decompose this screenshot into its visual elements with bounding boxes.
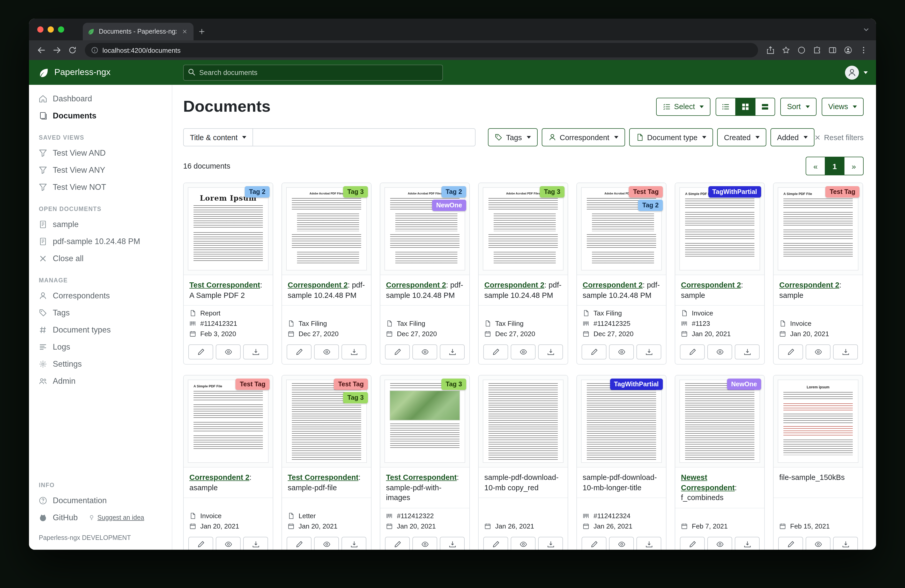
prev-page-button[interactable]: « xyxy=(806,157,825,175)
view-mode-rows-button[interactable] xyxy=(755,97,775,116)
sidebar-item-admin[interactable]: Admin xyxy=(29,372,172,390)
edit-button[interactable] xyxy=(778,537,803,550)
dots-button[interactable] xyxy=(856,43,871,57)
profile-button[interactable] xyxy=(841,43,855,57)
filter-added-button[interactable]: Added xyxy=(770,128,814,146)
tag-badge-tagwithpartial[interactable]: TagWithPartial xyxy=(610,379,663,390)
edit-button[interactable] xyxy=(483,537,508,550)
filter-field-selector[interactable]: Title & content xyxy=(183,128,253,146)
star-button[interactable] xyxy=(779,43,793,57)
filter-document-type-button[interactable]: Document type xyxy=(629,128,713,146)
download-button[interactable] xyxy=(538,344,563,360)
filter-tags-button[interactable]: Tags xyxy=(488,128,537,146)
sidebar-item-tags[interactable]: Tags xyxy=(29,304,172,321)
correspondent-link[interactable]: Correspondent 2 xyxy=(288,281,348,289)
reload-button[interactable] xyxy=(65,43,80,57)
sidebar-item-dashboard[interactable]: Dashboard xyxy=(29,90,172,107)
download-button[interactable] xyxy=(833,537,858,550)
edit-button[interactable] xyxy=(582,344,607,360)
app-brand[interactable]: Paperless-ngx xyxy=(29,67,172,78)
edit-button[interactable] xyxy=(385,537,410,550)
sidebar-item-logs[interactable]: Logs xyxy=(29,338,172,355)
edit-button[interactable] xyxy=(287,344,311,360)
card-thumbnail[interactable] xyxy=(479,376,568,468)
sidebar-link-suggest-an-idea[interactable]: Suggest an idea xyxy=(89,514,144,521)
card-thumbnail[interactable]: Lorem ipsum xyxy=(773,376,862,468)
edit-button[interactable] xyxy=(582,537,607,550)
tag-badge-tag-3[interactable]: Tag 3 xyxy=(343,186,368,198)
tag-badge-newone[interactable]: NewOne xyxy=(727,379,761,390)
user-menu-button[interactable] xyxy=(845,65,868,79)
extensions-button[interactable] xyxy=(810,43,824,57)
download-button[interactable] xyxy=(440,344,465,360)
correspondent-link[interactable]: Correspondent 2 xyxy=(583,281,643,289)
card-thumbnail[interactable]: NewOne xyxy=(675,376,764,468)
tag-badge-tag-3[interactable]: Tag 3 xyxy=(540,186,565,198)
correspondent-link[interactable]: Test Correspondent xyxy=(288,473,358,482)
edit-button[interactable] xyxy=(680,344,705,360)
sidebar-item-pdf-sample-10-24-48-pm[interactable]: pdf-sample 10.24.48 PM xyxy=(29,233,172,250)
download-button[interactable] xyxy=(735,537,760,550)
card-thumbnail[interactable]: Adobe Acrobat PDF FilesTag 2NewOne xyxy=(380,183,469,275)
card-thumbnail[interactable]: A Simple PDF FileTagWithPartial xyxy=(675,183,764,275)
sidebar-item-correspondents[interactable]: Correspondents xyxy=(29,287,172,304)
edit-button[interactable] xyxy=(483,344,508,360)
card-thumbnail[interactable]: TagWithPartial xyxy=(577,376,666,468)
correspondent-link[interactable]: Correspondent 2 xyxy=(189,473,249,482)
sidebar-item-settings[interactable]: Settings xyxy=(29,355,172,372)
card-thumbnail[interactable]: A Simple PDF FileTest Tag xyxy=(773,183,862,275)
edit-button[interactable] xyxy=(287,537,311,550)
correspondent-link[interactable]: Correspondent 2 xyxy=(779,281,839,289)
card-thumbnail[interactable]: Tag 3 xyxy=(380,376,469,468)
correspondent-link[interactable]: Test Correspondent xyxy=(189,281,260,289)
card-thumbnail[interactable]: Adobe Acrobat PDF FilesTag 3 xyxy=(479,183,568,275)
view-button[interactable] xyxy=(806,344,830,360)
tag-badge-test-tag[interactable]: Test Tag xyxy=(236,379,270,390)
view-button[interactable] xyxy=(511,537,535,550)
circle-button[interactable] xyxy=(794,43,809,57)
download-button[interactable] xyxy=(243,537,268,550)
sidebar-item-close-all[interactable]: Close all xyxy=(29,250,172,267)
view-button[interactable] xyxy=(314,344,339,360)
card-thumbnail[interactable]: Test TagTag 3 xyxy=(282,376,371,468)
minimize-button[interactable] xyxy=(48,26,54,33)
sidebar-item-sample[interactable]: sample xyxy=(29,216,172,233)
page-1-button[interactable]: 1 xyxy=(825,157,845,175)
tag-badge-tag-2[interactable]: Tag 2 xyxy=(638,200,663,211)
card-thumbnail[interactable]: A Simple PDF FileTest Tag xyxy=(184,376,273,468)
filter-query-input[interactable] xyxy=(253,128,476,146)
correspondent-link[interactable]: Correspondent 2 xyxy=(386,281,446,289)
browser-tab[interactable]: Documents - Paperless-ngx xyxy=(83,23,194,40)
correspondent-link[interactable]: Correspondent 2 xyxy=(681,281,741,289)
new-tab-button[interactable] xyxy=(194,23,210,40)
tag-badge-tag-3[interactable]: Tag 3 xyxy=(441,379,466,390)
panel-button[interactable] xyxy=(825,43,840,57)
card-thumbnail[interactable]: Adobe Acrobat PDF FilesTag 3 xyxy=(282,183,371,275)
filter-correspondent-button[interactable]: Correspondent xyxy=(541,128,625,146)
views-button[interactable]: Views xyxy=(821,97,864,116)
next-page-button[interactable]: » xyxy=(844,157,864,175)
edit-button[interactable] xyxy=(188,344,213,360)
sidebar-item-test-view-any[interactable]: Test View ANY xyxy=(29,162,172,178)
tag-badge-tagwithpartial[interactable]: TagWithPartial xyxy=(708,186,761,198)
tag-badge-tag-2[interactable]: Tag 2 xyxy=(245,186,270,198)
sort-button[interactable]: Sort xyxy=(780,97,816,116)
select-button[interactable]: Select xyxy=(656,97,710,116)
tag-badge-test-tag[interactable]: Test Tag xyxy=(629,186,663,198)
correspondent-link[interactable]: Test Correspondent xyxy=(386,473,457,482)
tag-badge-test-tag[interactable]: Test Tag xyxy=(826,186,859,198)
back-button[interactable] xyxy=(34,43,49,57)
view-button[interactable] xyxy=(216,344,241,360)
edit-button[interactable] xyxy=(778,344,803,360)
sidebar-item-test-view-and[interactable]: Test View AND xyxy=(29,144,172,162)
download-button[interactable] xyxy=(538,537,563,550)
zoom-button[interactable] xyxy=(58,26,64,33)
view-mode-list-button[interactable] xyxy=(716,97,736,116)
sidebar-item-document-types[interactable]: Document types xyxy=(29,321,172,338)
sidebar-item-github[interactable]: GitHubSuggest an idea xyxy=(29,509,172,526)
tag-badge-newone[interactable]: NewOne xyxy=(432,200,466,211)
sidebar-item-documents[interactable]: Documents xyxy=(29,107,172,124)
view-button[interactable] xyxy=(609,344,634,360)
view-button[interactable] xyxy=(609,537,634,550)
edit-button[interactable] xyxy=(188,537,213,550)
